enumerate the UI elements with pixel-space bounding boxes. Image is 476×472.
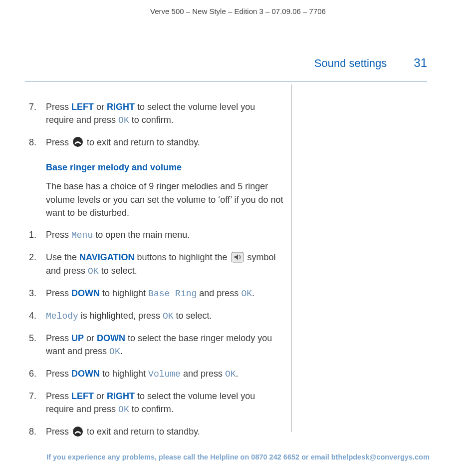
text: to select. <box>174 311 212 321</box>
step-7: Press LEFT or RIGHT to select the volume… <box>29 100 284 127</box>
content-columns: Press LEFT or RIGHT to select the volume… <box>0 84 476 432</box>
section-title: Sound settings <box>314 57 387 70</box>
text: Press <box>46 391 71 401</box>
text: or <box>94 102 107 112</box>
text: or <box>94 391 107 401</box>
page: Verve 500 – New Style – Edition 3 – 07.0… <box>0 0 476 472</box>
text: to highlight <box>100 369 148 379</box>
text: to highlight <box>100 288 148 298</box>
sound-settings-icon <box>231 252 244 266</box>
subsection-intro: The base has a choice of 9 ringer melodi… <box>46 180 284 219</box>
text: Use the <box>46 252 79 262</box>
lcd-ok: OK <box>225 369 236 379</box>
text: Press <box>46 288 71 298</box>
text: . <box>252 288 254 298</box>
end-call-icon <box>72 426 83 441</box>
lcd-menu: Menu <box>71 230 93 240</box>
text: . <box>236 369 238 379</box>
text: to confirm. <box>129 115 174 125</box>
text: Press <box>46 369 71 379</box>
step-8: Press to exit and return to standby. <box>29 425 284 439</box>
steps-base-ringer: Press Menu to open the main menu. Use th… <box>29 228 284 439</box>
text: and press <box>197 288 241 298</box>
text: to select. <box>99 266 137 276</box>
lcd-ok: OK <box>163 311 174 321</box>
text: Press <box>46 230 71 240</box>
text: to confirm. <box>129 404 174 414</box>
step-7: Press LEFT or RIGHT to select the volume… <box>29 390 284 416</box>
text: Press <box>46 102 71 112</box>
text: Press <box>46 137 71 147</box>
step-1: Press Menu to open the main menu. <box>29 228 284 242</box>
document-meta-line: Verve 500 – New Style – Edition 3 – 07.0… <box>0 0 476 15</box>
key-left: LEFT <box>71 102 94 112</box>
lcd-ok: OK <box>241 289 252 299</box>
key-left: LEFT <box>71 391 94 401</box>
lcd-melody: Melody <box>46 311 78 321</box>
step-8: Press to exit and return to standby. <box>29 136 284 149</box>
text: buttons to highlight the <box>134 252 230 262</box>
text: Press <box>46 333 71 343</box>
main-column: Press LEFT or RIGHT to select the volume… <box>0 84 292 432</box>
lcd-ok: OK <box>88 266 99 276</box>
running-header: Sound settings 31 <box>0 56 476 70</box>
steps-continued: Press LEFT or RIGHT to select the volume… <box>29 100 284 149</box>
text: and press <box>181 369 225 379</box>
text: Press <box>46 427 71 437</box>
key-down: DOWN <box>97 333 125 343</box>
text: to exit and return to standby. <box>84 427 200 437</box>
lcd-ok: OK <box>118 115 129 125</box>
lcd-volume: Volume <box>148 369 181 379</box>
step-6: Press DOWN to highlight Volume and press… <box>29 367 284 381</box>
key-right: RIGHT <box>107 102 135 112</box>
key-down: DOWN <box>71 369 100 379</box>
step-4: Melody is highlighted, press OK to selec… <box>29 309 284 323</box>
key-down: DOWN <box>71 288 100 298</box>
text: to exit and return to standby. <box>84 137 200 147</box>
step-2: Use the NAVIGATION buttons to highlight … <box>29 251 284 278</box>
helpline-footer: If you experience any problems, please c… <box>0 453 476 461</box>
end-call-icon <box>72 136 83 151</box>
step-5: Press UP or DOWN to select the base ring… <box>29 332 284 358</box>
key-navigation: NAVIGATION <box>79 252 134 262</box>
text: to open the main menu. <box>93 230 190 240</box>
margin-column <box>292 84 476 432</box>
header-rule <box>25 81 427 82</box>
subsection-heading: Base ringer melody and volume <box>46 162 284 173</box>
lcd-base-ring: Base Ring <box>148 289 197 299</box>
text: is highlighted, press <box>78 311 163 321</box>
page-number: 31 <box>414 56 427 70</box>
step-3: Press DOWN to highlight Base Ring and pr… <box>29 287 284 300</box>
lcd-ok: OK <box>109 347 120 357</box>
text: or <box>84 333 97 343</box>
key-right: RIGHT <box>107 391 135 401</box>
lcd-ok: OK <box>118 405 129 415</box>
key-up: UP <box>71 333 84 343</box>
text: . <box>120 346 123 356</box>
